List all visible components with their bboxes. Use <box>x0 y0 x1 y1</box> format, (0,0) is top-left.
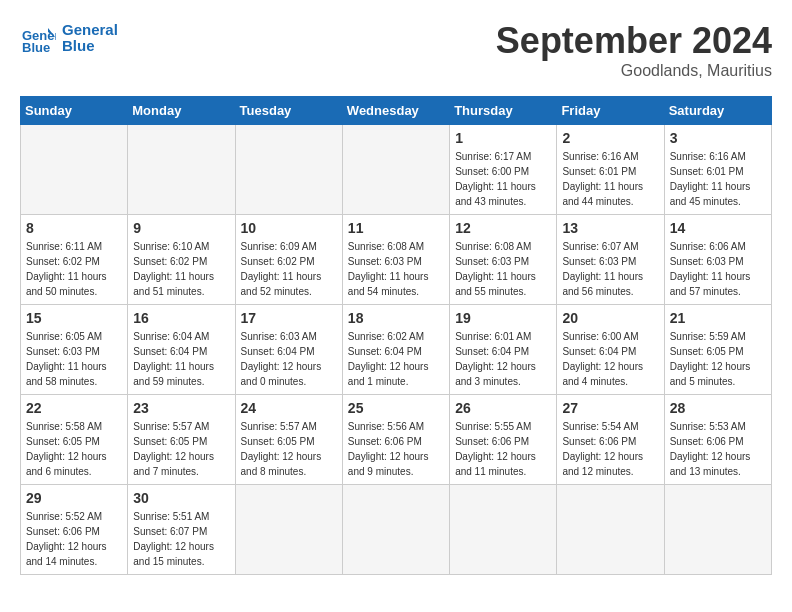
calendar-table: SundayMondayTuesdayWednesdayThursdayFrid… <box>20 96 772 575</box>
svg-text:Blue: Blue <box>22 40 50 55</box>
day-number: 30 <box>133 490 229 506</box>
day-number: 22 <box>26 400 122 416</box>
day-number: 9 <box>133 220 229 236</box>
weekday-header-row: SundayMondayTuesdayWednesdayThursdayFrid… <box>21 97 772 125</box>
day-info: Sunrise: 6:09 AM Sunset: 6:02 PM Dayligh… <box>241 239 337 299</box>
calendar-cell <box>557 485 664 575</box>
day-number: 3 <box>670 130 766 146</box>
day-number: 10 <box>241 220 337 236</box>
calendar-cell <box>342 485 449 575</box>
calendar-cell: 9 Sunrise: 6:10 AM Sunset: 6:02 PM Dayli… <box>128 215 235 305</box>
week-row-4: 22 Sunrise: 5:58 AM Sunset: 6:05 PM Dayl… <box>21 395 772 485</box>
day-info: Sunrise: 6:01 AM Sunset: 6:04 PM Dayligh… <box>455 329 551 389</box>
week-row-2: 8 Sunrise: 6:11 AM Sunset: 6:02 PM Dayli… <box>21 215 772 305</box>
calendar-cell: 22 Sunrise: 5:58 AM Sunset: 6:05 PM Dayl… <box>21 395 128 485</box>
day-info: Sunrise: 6:00 AM Sunset: 6:04 PM Dayligh… <box>562 329 658 389</box>
weekday-tuesday: Tuesday <box>235 97 342 125</box>
calendar-cell <box>235 125 342 215</box>
day-info: Sunrise: 6:02 AM Sunset: 6:04 PM Dayligh… <box>348 329 444 389</box>
calendar-cell: 20 Sunrise: 6:00 AM Sunset: 6:04 PM Dayl… <box>557 305 664 395</box>
month-title: September 2024 <box>496 20 772 62</box>
calendar-cell <box>342 125 449 215</box>
calendar-cell <box>21 125 128 215</box>
calendar-cell: 10 Sunrise: 6:09 AM Sunset: 6:02 PM Dayl… <box>235 215 342 305</box>
logo-icon: General Blue <box>20 20 56 56</box>
day-info: Sunrise: 6:06 AM Sunset: 6:03 PM Dayligh… <box>670 239 766 299</box>
day-number: 29 <box>26 490 122 506</box>
calendar-cell: 15 Sunrise: 6:05 AM Sunset: 6:03 PM Dayl… <box>21 305 128 395</box>
weekday-thursday: Thursday <box>450 97 557 125</box>
calendar-cell: 21 Sunrise: 5:59 AM Sunset: 6:05 PM Dayl… <box>664 305 771 395</box>
calendar-cell: 24 Sunrise: 5:57 AM Sunset: 6:05 PM Dayl… <box>235 395 342 485</box>
calendar-cell: 29 Sunrise: 5:52 AM Sunset: 6:06 PM Dayl… <box>21 485 128 575</box>
day-info: Sunrise: 5:55 AM Sunset: 6:06 PM Dayligh… <box>455 419 551 479</box>
day-number: 1 <box>455 130 551 146</box>
day-number: 21 <box>670 310 766 326</box>
calendar-cell: 28 Sunrise: 5:53 AM Sunset: 6:06 PM Dayl… <box>664 395 771 485</box>
day-number: 14 <box>670 220 766 236</box>
location: Goodlands, Mauritius <box>496 62 772 80</box>
calendar-cell: 17 Sunrise: 6:03 AM Sunset: 6:04 PM Dayl… <box>235 305 342 395</box>
week-row-3: 15 Sunrise: 6:05 AM Sunset: 6:03 PM Dayl… <box>21 305 772 395</box>
day-number: 17 <box>241 310 337 326</box>
calendar-cell <box>450 485 557 575</box>
day-info: Sunrise: 5:53 AM Sunset: 6:06 PM Dayligh… <box>670 419 766 479</box>
day-info: Sunrise: 6:04 AM Sunset: 6:04 PM Dayligh… <box>133 329 229 389</box>
day-info: Sunrise: 5:58 AM Sunset: 6:05 PM Dayligh… <box>26 419 122 479</box>
week-row-1: 1 Sunrise: 6:17 AM Sunset: 6:00 PM Dayli… <box>21 125 772 215</box>
calendar-cell: 19 Sunrise: 6:01 AM Sunset: 6:04 PM Dayl… <box>450 305 557 395</box>
calendar-cell: 13 Sunrise: 6:07 AM Sunset: 6:03 PM Dayl… <box>557 215 664 305</box>
day-number: 23 <box>133 400 229 416</box>
calendar-cell: 14 Sunrise: 6:06 AM Sunset: 6:03 PM Dayl… <box>664 215 771 305</box>
day-info: Sunrise: 6:05 AM Sunset: 6:03 PM Dayligh… <box>26 329 122 389</box>
week-row-5: 29 Sunrise: 5:52 AM Sunset: 6:06 PM Dayl… <box>21 485 772 575</box>
calendar-cell <box>235 485 342 575</box>
calendar-cell: 2 Sunrise: 6:16 AM Sunset: 6:01 PM Dayli… <box>557 125 664 215</box>
calendar-cell: 12 Sunrise: 6:08 AM Sunset: 6:03 PM Dayl… <box>450 215 557 305</box>
logo: General Blue General Blue <box>20 20 118 56</box>
day-info: Sunrise: 6:11 AM Sunset: 6:02 PM Dayligh… <box>26 239 122 299</box>
calendar-cell <box>128 125 235 215</box>
day-number: 28 <box>670 400 766 416</box>
day-info: Sunrise: 6:07 AM Sunset: 6:03 PM Dayligh… <box>562 239 658 299</box>
calendar-cell: 11 Sunrise: 6:08 AM Sunset: 6:03 PM Dayl… <box>342 215 449 305</box>
calendar-cell: 18 Sunrise: 6:02 AM Sunset: 6:04 PM Dayl… <box>342 305 449 395</box>
day-number: 27 <box>562 400 658 416</box>
weekday-saturday: Saturday <box>664 97 771 125</box>
day-info: Sunrise: 6:16 AM Sunset: 6:01 PM Dayligh… <box>670 149 766 209</box>
calendar-cell: 25 Sunrise: 5:56 AM Sunset: 6:06 PM Dayl… <box>342 395 449 485</box>
day-number: 12 <box>455 220 551 236</box>
day-number: 20 <box>562 310 658 326</box>
day-number: 16 <box>133 310 229 326</box>
day-number: 19 <box>455 310 551 326</box>
day-number: 18 <box>348 310 444 326</box>
weekday-sunday: Sunday <box>21 97 128 125</box>
calendar-cell: 1 Sunrise: 6:17 AM Sunset: 6:00 PM Dayli… <box>450 125 557 215</box>
calendar-cell: 8 Sunrise: 6:11 AM Sunset: 6:02 PM Dayli… <box>21 215 128 305</box>
day-info: Sunrise: 6:17 AM Sunset: 6:00 PM Dayligh… <box>455 149 551 209</box>
day-info: Sunrise: 5:57 AM Sunset: 6:05 PM Dayligh… <box>241 419 337 479</box>
weekday-monday: Monday <box>128 97 235 125</box>
day-info: Sunrise: 6:08 AM Sunset: 6:03 PM Dayligh… <box>348 239 444 299</box>
calendar-cell: 27 Sunrise: 5:54 AM Sunset: 6:06 PM Dayl… <box>557 395 664 485</box>
day-info: Sunrise: 5:52 AM Sunset: 6:06 PM Dayligh… <box>26 509 122 569</box>
day-number: 25 <box>348 400 444 416</box>
calendar-cell: 30 Sunrise: 5:51 AM Sunset: 6:07 PM Dayl… <box>128 485 235 575</box>
calendar-cell: 23 Sunrise: 5:57 AM Sunset: 6:05 PM Dayl… <box>128 395 235 485</box>
day-info: Sunrise: 6:03 AM Sunset: 6:04 PM Dayligh… <box>241 329 337 389</box>
day-info: Sunrise: 5:56 AM Sunset: 6:06 PM Dayligh… <box>348 419 444 479</box>
day-number: 13 <box>562 220 658 236</box>
day-info: Sunrise: 5:54 AM Sunset: 6:06 PM Dayligh… <box>562 419 658 479</box>
day-info: Sunrise: 5:51 AM Sunset: 6:07 PM Dayligh… <box>133 509 229 569</box>
calendar-cell <box>664 485 771 575</box>
day-info: Sunrise: 5:57 AM Sunset: 6:05 PM Dayligh… <box>133 419 229 479</box>
title-block: September 2024 Goodlands, Mauritius <box>496 20 772 80</box>
day-number: 8 <box>26 220 122 236</box>
day-number: 2 <box>562 130 658 146</box>
page-header: General Blue General Blue September 2024… <box>20 20 772 80</box>
day-number: 26 <box>455 400 551 416</box>
day-number: 11 <box>348 220 444 236</box>
day-info: Sunrise: 6:08 AM Sunset: 6:03 PM Dayligh… <box>455 239 551 299</box>
day-number: 15 <box>26 310 122 326</box>
calendar-cell: 3 Sunrise: 6:16 AM Sunset: 6:01 PM Dayli… <box>664 125 771 215</box>
